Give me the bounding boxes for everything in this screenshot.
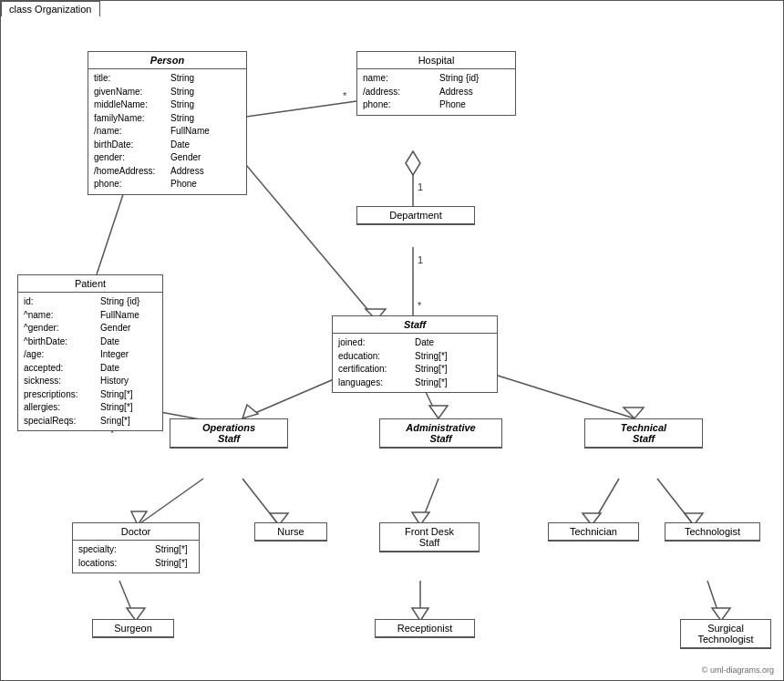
hospital-header: Hospital [357, 52, 515, 69]
staff-body: joined:Date education:String[*] certific… [333, 334, 497, 392]
hospital-body: name:String {id} /address:Address phone:… [357, 69, 515, 115]
technologist-header: Technologist [665, 523, 759, 541]
svg-line-29 [592, 479, 619, 525]
copyright: © uml-diagrams.org [702, 666, 774, 675]
ops-staff-header: OperationsStaff [170, 419, 287, 448]
staff-header: Staff [333, 316, 497, 334]
department-class: Department [356, 206, 475, 225]
staff-class: Staff joined:Date education:String[*] ce… [332, 315, 498, 393]
front-desk-class: Front DeskStaff [379, 522, 480, 552]
person-header: Person [88, 52, 246, 69]
doctor-class: Doctor specialty:String[*] locations:Str… [72, 522, 200, 573]
diagram-title: class Organization [1, 1, 100, 16]
ops-staff-class: OperationsStaff [170, 418, 288, 449]
svg-line-33 [119, 581, 136, 621]
receptionist-class: Receptionist [375, 619, 475, 638]
person-class: Person title:String givenName:String mid… [88, 51, 247, 195]
svg-line-25 [242, 479, 279, 525]
nurse-header: Nurse [255, 523, 326, 541]
svg-text:*: * [343, 90, 347, 101]
admin-staff-header: AdministrativeStaff [380, 419, 501, 448]
technician-header: Technician [549, 523, 638, 541]
svg-text:1: 1 [418, 181, 423, 192]
surgeon-header: Surgeon [93, 620, 173, 637]
patient-body: id:String {id} ^name:FullName ^gender:Ge… [18, 293, 162, 430]
svg-marker-22 [624, 408, 644, 418]
svg-line-12 [227, 142, 377, 320]
hospital-class: Hospital name:String {id} /address:Addre… [356, 51, 516, 116]
technician-class: Technician [548, 522, 639, 542]
svg-line-31 [657, 479, 694, 525]
svg-text:1: 1 [418, 254, 423, 265]
patient-header: Patient [18, 275, 162, 293]
doctor-body: specialty:String[*] locations:String[*] [73, 541, 199, 573]
svg-text:*: * [418, 300, 422, 311]
svg-marker-18 [242, 405, 258, 418]
nurse-class: Nurse [254, 522, 327, 542]
doctor-header: Doctor [73, 523, 199, 541]
technologist-class: Technologist [665, 522, 760, 542]
surgeon-class: Surgeon [92, 619, 174, 638]
person-body: title:String givenName:String middleName… [88, 69, 246, 194]
front-desk-header: Front DeskStaff [380, 523, 479, 552]
tech-staff-class: TechnicalStaff [584, 418, 703, 449]
svg-marker-4 [406, 151, 420, 175]
department-header: Department [357, 207, 474, 224]
tech-staff-header: TechnicalStaff [585, 419, 702, 448]
diagram-container: class Organization * * 1 * 1 * * * [0, 0, 784, 681]
surgical-tech-header: SurgicalTechnologist [681, 620, 770, 648]
svg-line-27 [420, 479, 438, 525]
receptionist-header: Receptionist [376, 620, 474, 637]
patient-class: Patient id:String {id} ^name:FullName ^g… [17, 274, 163, 431]
svg-line-23 [138, 479, 203, 525]
svg-line-37 [707, 581, 721, 621]
svg-marker-20 [429, 406, 448, 418]
surgical-tech-class: SurgicalTechnologist [680, 619, 771, 649]
admin-staff-class: AdministrativeStaff [379, 418, 502, 449]
